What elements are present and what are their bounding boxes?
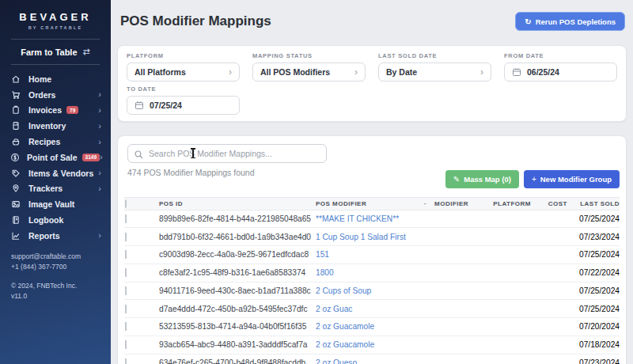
mapping-status-filter-label: MAPPING STATUS bbox=[252, 52, 366, 59]
sidebar-item-trackers[interactable]: Trackers › bbox=[0, 181, 111, 197]
sidebar-nav: Home Orders › Invoices 79 › Inventory › … bbox=[0, 71, 111, 244]
last-sold-date-select[interactable]: By Date › bbox=[378, 63, 491, 82]
sort-indicator-icon[interactable]: - bbox=[424, 199, 427, 207]
sidebar-item-orders[interactable]: Orders › bbox=[0, 87, 111, 103]
platform-select[interactable]: All Platforms › bbox=[127, 63, 240, 82]
pencil-icon: ✎ bbox=[453, 175, 460, 184]
cell-pos-modifier-link[interactable]: 151 bbox=[316, 250, 434, 259]
sidebar-item-items-vendors[interactable]: Items & Vendors › bbox=[0, 165, 111, 181]
row-checkbox[interactable] bbox=[125, 268, 127, 277]
row-checkbox[interactable] bbox=[125, 233, 127, 241]
sidebar-item-label: Image Vault bbox=[28, 199, 74, 209]
table-row[interactable]: c8fe3af2-1c95-48f9-b316-1ae6a8583374 180… bbox=[124, 264, 620, 282]
recipes-icon bbox=[10, 137, 21, 146]
sidebar-item-inventory[interactable]: Inventory › bbox=[0, 118, 111, 134]
column-header-pos-id[interactable]: POS ID bbox=[159, 200, 316, 207]
venue-swap-icon[interactable]: ⇄ bbox=[83, 47, 90, 57]
platform-filter: PLATFORM All Platforms › bbox=[127, 52, 240, 82]
last-sold-date-filter: LAST SOLD DATE By Date › bbox=[378, 52, 491, 82]
filters-panel: PLATFORM All Platforms › MAPPING STATUS … bbox=[117, 45, 627, 122]
chevron-right-icon: › bbox=[98, 90, 101, 99]
row-checkbox[interactable] bbox=[125, 340, 127, 349]
last-sold-date-value: By Date bbox=[386, 67, 417, 77]
cell-pos-id: c8fe3af2-1c95-48f9-b316-1ae6a8583374 bbox=[159, 268, 316, 277]
home-icon bbox=[10, 74, 21, 84]
mapping-status-filter: MAPPING STATUS All POS Modifiers › bbox=[252, 52, 366, 82]
image-icon bbox=[10, 199, 21, 209]
row-checkbox[interactable] bbox=[125, 286, 127, 295]
sidebar-item-reports[interactable]: Reports › bbox=[0, 228, 111, 244]
brand-name: BEVAGER bbox=[0, 11, 111, 23]
new-modifier-group-label: New Modifier Group bbox=[540, 175, 612, 184]
column-header-cost[interactable]: COST bbox=[531, 200, 567, 207]
sidebar-footer: support@craftable.com +1 (844) 367-7700 … bbox=[0, 244, 111, 302]
row-checkbox[interactable] bbox=[125, 305, 127, 313]
sidebar-item-home[interactable]: Home bbox=[0, 71, 111, 87]
table-row[interactable]: c9003d98-2ecc-4a0a-9e25-9671edfcdac8 151… bbox=[124, 246, 620, 264]
row-checkbox[interactable] bbox=[125, 250, 127, 259]
chevron-right-icon: › bbox=[98, 122, 101, 131]
sidebar-item-recipes[interactable]: Recipes › bbox=[0, 134, 111, 150]
to-date-value: 07/25/24 bbox=[150, 100, 182, 110]
row-checkbox[interactable] bbox=[125, 358, 127, 364]
sidebar-item-image-vault[interactable]: Image Vault bbox=[0, 196, 111, 212]
calendar-icon bbox=[512, 67, 521, 77]
table-row[interactable]: d7ae4ddd-472c-450b-a92b-5495fec37dfc 2 o… bbox=[124, 300, 620, 318]
to-date-filter-label: TO DATE bbox=[127, 85, 240, 93]
sidebar-item-point-of-sale[interactable]: Point of Sale 3149 › bbox=[0, 150, 111, 165]
table-row[interactable]: 93acb654-abc9-4480-a391-3adddf5caf7a 2 o… bbox=[124, 336, 620, 355]
cell-last-sold: 07/18/2024 bbox=[567, 340, 620, 349]
sidebar-item-label: Home bbox=[28, 74, 51, 84]
new-modifier-group-button[interactable]: + New Modifier Group bbox=[524, 170, 620, 188]
mappings-panel: 474 POS Modifier Mappings found ✎ Mass M… bbox=[117, 135, 627, 364]
column-header-pos-modifier[interactable]: POS MODIFIER - bbox=[316, 199, 434, 207]
cell-last-sold: 07/25/2024 bbox=[567, 250, 620, 259]
tracker-icon bbox=[10, 184, 21, 193]
from-date-input[interactable]: 06/25/24 bbox=[504, 63, 617, 82]
sidebar-item-label: Reports bbox=[28, 231, 60, 241]
search-input[interactable] bbox=[127, 144, 327, 163]
column-header-modifier[interactable]: MODIFIER bbox=[434, 200, 482, 207]
to-date-input[interactable]: 07/25/24 bbox=[127, 96, 240, 115]
column-header-last-sold[interactable]: LAST SOLD bbox=[567, 200, 620, 207]
cell-pos-modifier-link[interactable]: 2 oz Guacamole bbox=[316, 340, 434, 349]
cell-last-sold: 07/25/2024 bbox=[567, 214, 620, 223]
cell-pos-modifier-link[interactable]: **MAKE IT CHICKEN** bbox=[316, 214, 434, 223]
chevron-right-icon: › bbox=[98, 138, 101, 146]
last-sold-date-filter-label: LAST SOLD DATE bbox=[378, 52, 491, 59]
cell-last-sold: 07/25/2024 bbox=[567, 305, 620, 313]
rerun-pos-depletions-button[interactable]: ↻ Rerun POS Depletions bbox=[515, 12, 625, 31]
cell-pos-modifier-link[interactable]: 2 oz Guacamole bbox=[316, 322, 434, 331]
table-row[interactable]: 53213595-813b-4714-a94a-04b0f5f16f35 2 o… bbox=[124, 318, 620, 336]
row-checkbox[interactable] bbox=[125, 214, 127, 223]
sidebar-item-invoices[interactable]: Invoices 79 › bbox=[0, 103, 111, 119]
support-email[interactable]: support@craftable.com bbox=[11, 252, 111, 262]
cell-last-sold: 07/22/2024 bbox=[567, 268, 620, 277]
mapping-status-select[interactable]: All POS Modifiers › bbox=[252, 63, 366, 82]
inventory-icon bbox=[10, 121, 21, 131]
chevron-right-icon: › bbox=[98, 106, 101, 115]
reports-icon bbox=[10, 231, 21, 241]
select-all-checkbox[interactable] bbox=[125, 199, 127, 208]
table-row[interactable]: 899b89e6-82fe-4814-b44a-221985048a65 **M… bbox=[124, 210, 620, 229]
platform-filter-label: PLATFORM bbox=[127, 52, 240, 59]
to-date-filter: TO DATE 07/25/24 bbox=[127, 85, 240, 115]
pos-icon bbox=[10, 153, 20, 162]
venue-switcher[interactable]: Farm to Table ⇄ bbox=[0, 40, 111, 64]
cell-pos-modifier-link[interactable]: 1800 bbox=[316, 268, 434, 277]
table-row[interactable]: 634e76ef-c265-4700-b48d-9f8488facddb 2 o… bbox=[124, 355, 620, 364]
table-toolbar: 474 POS Modifier Mappings found ✎ Mass M… bbox=[124, 144, 620, 177]
table-row[interactable]: 94011716-9eed-430c-8aec-b1ad711a388c 2 C… bbox=[124, 282, 620, 301]
chevron-right-icon: › bbox=[480, 67, 483, 77]
row-checkbox[interactable] bbox=[125, 322, 127, 331]
sidebar-item-logbook[interactable]: Logbook bbox=[0, 212, 111, 228]
cell-pos-modifier-link[interactable]: 2 oz Guac bbox=[316, 305, 434, 313]
mass-map-button[interactable]: ✎ Mass Map (0) bbox=[445, 170, 519, 188]
table-row[interactable]: bdd791b0-6f32-4661-bd0d-1a9b343ae4d0 1 C… bbox=[124, 228, 620, 246]
sidebar-item-label: Inventory bbox=[28, 121, 66, 131]
plus-icon: + bbox=[532, 175, 536, 184]
cell-pos-modifier-link[interactable]: 2 Cups of Soup bbox=[316, 286, 434, 295]
cell-pos-modifier-link[interactable]: 2 oz Queso bbox=[316, 358, 434, 364]
cell-pos-modifier-link[interactable]: 1 Cup Soup 1 Salad First bbox=[316, 233, 434, 241]
column-header-platform[interactable]: PLATFORM bbox=[482, 200, 531, 207]
